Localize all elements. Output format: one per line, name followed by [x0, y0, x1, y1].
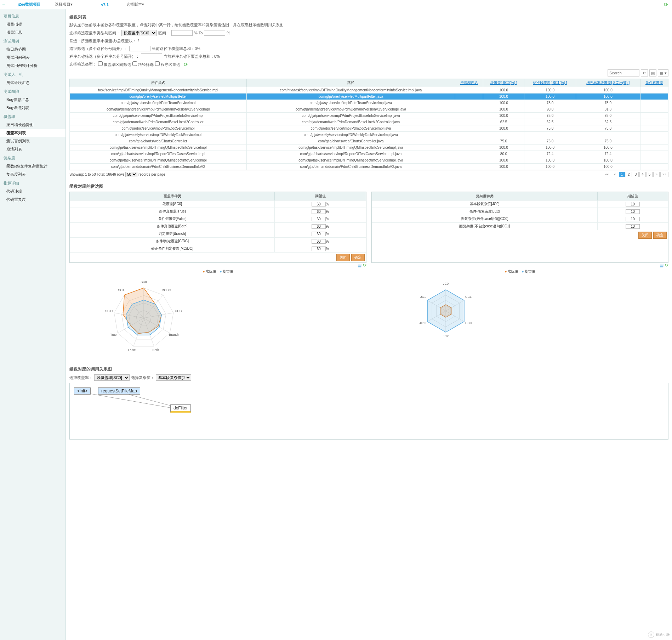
col-header[interactable]: 所在类名: [70, 79, 247, 87]
path-filter-input[interactable]: [129, 46, 150, 51]
cg-comp-select[interactable]: 基本段复杂度[JC0]: [156, 374, 191, 381]
cg-cov-select[interactable]: 段覆盖率[SC0]: [94, 374, 130, 381]
filter-refresh-icon[interactable]: ⟳: [184, 62, 188, 67]
panel-value-input[interactable]: [626, 209, 640, 214]
col-header[interactable]: 所属程序名: [455, 79, 483, 87]
sidebar-item[interactable]: 崩溃列表: [0, 145, 66, 153]
panel-value-input[interactable]: [626, 202, 640, 206]
table-row[interactable]: com/gtja/oreilly/servlet/MultipartFilter…: [70, 94, 668, 100]
panel-value-input[interactable]: [312, 202, 326, 206]
sidebar-item[interactable]: 项目指标: [0, 20, 66, 28]
sidebar-item[interactable]: Bug详细列表: [0, 104, 66, 112]
table-row[interactable]: com/gtja/task/service/impl/DfTimingQMIns…: [70, 157, 668, 164]
table-row[interactable]: task/service/impl/DfTimingQualityManagem…: [70, 87, 668, 94]
sidebar-item[interactable]: 测试用例统计分析: [0, 62, 66, 70]
pager-btn[interactable]: 5: [647, 172, 653, 177]
table-row[interactable]: com/gtja/weekly/service/impl/DfWeeklyTas…: [70, 132, 668, 138]
sidebar-item[interactable]: Bug信息汇总: [0, 96, 66, 104]
pager-btn[interactable]: 2: [626, 172, 632, 177]
panel-value-input[interactable]: [312, 239, 326, 244]
sidebar-item[interactable]: 代码违规: [0, 187, 66, 196]
panel-value-input[interactable]: [312, 232, 326, 236]
table-row[interactable]: com/gtja/doc/service/impl/PdmDocServiceI…: [70, 125, 668, 132]
sidebar-item[interactable]: 按日增长趋势图: [0, 121, 66, 129]
panel-key: 基本段复杂度[JC0]: [372, 200, 598, 208]
col-header[interactable]: 段覆盖[ SC0(%) ]: [483, 79, 524, 87]
cov-type-select[interactable]: 段覆盖率[SC0]: [121, 30, 157, 36]
sidebar-item[interactable]: 按日趋势图: [0, 45, 66, 53]
sidebar-item[interactable]: 测试环境汇总: [0, 79, 66, 87]
pager-btn[interactable]: 4: [639, 172, 646, 177]
search-input[interactable]: [608, 69, 639, 77]
node-requestsetfilemap[interactable]: requestSetFileMap: [98, 387, 140, 395]
table-row[interactable]: com/gtja/charts/web/ChartsControllercom/…: [70, 138, 668, 145]
pager-btn[interactable]: 3: [633, 172, 639, 177]
table-row[interactable]: com/gtja/demand/service/impl/PdmDemandVe…: [70, 106, 668, 113]
interval-from[interactable]: [171, 30, 193, 36]
sidebar: 项目信息项目指标项目汇总测试用例按日趋势图测试用例列表测试用例统计分析测试人、机…: [0, 9, 66, 640]
radar2-stack-icon[interactable]: ▤: [660, 263, 664, 268]
sidebar-item[interactable]: 测试用例列表: [0, 53, 66, 62]
panel-value-input[interactable]: [312, 209, 326, 214]
sidebar-group: 覆盖率: [0, 112, 66, 121]
table-row[interactable]: com/gtja/demand/web/PdmDemandBaseLineV2C…: [70, 119, 668, 125]
sidebar-item[interactable]: 测试盲例列表: [0, 137, 66, 145]
node-dofilter[interactable]: doFilter: [170, 404, 191, 413]
pager-btn[interactable]: ««: [603, 172, 611, 177]
col-header[interactable]: 增强标准段覆盖[ SC1+(%) ]: [576, 79, 640, 87]
topbar-refresh-icon[interactable]: ⟳: [664, 1, 668, 8]
filter3-label: 路径筛选（多个路径分号隔开）：: [69, 46, 128, 51]
cb-interval[interactable]: 覆盖率区间筛选: [98, 61, 131, 67]
p1-ok-button[interactable]: 确定: [351, 254, 365, 261]
filter3-right: 当前路径下覆盖率总和：0%: [152, 46, 200, 51]
tb-refresh-icon[interactable]: ⟳: [641, 69, 648, 77]
panel-value-input[interactable]: [312, 247, 326, 251]
p2-ok-button[interactable]: 确定: [653, 232, 667, 239]
prog-filter-input[interactable]: [141, 53, 162, 59]
col-header[interactable]: 路径: [247, 79, 455, 87]
table-row[interactable]: com/gtja/task/service/impl/DfTimingQMIns…: [70, 145, 668, 151]
version-label: v7.1: [101, 2, 108, 7]
watermark-logo-icon: ✕: [648, 631, 654, 638]
sidebar-group: 测试人、机: [0, 70, 66, 79]
sidebar-item[interactable]: 复杂度列表: [0, 170, 66, 179]
menu-icon[interactable]: ≡: [2, 2, 8, 7]
node-init[interactable]: <init>: [74, 387, 91, 395]
sidebar-item[interactable]: 函数/类/文件复杂度统计: [0, 162, 66, 170]
sidebar-item[interactable]: 项目汇总: [0, 28, 66, 36]
to-label: % To: [194, 31, 203, 35]
radar1-refresh-icon[interactable]: ⟳: [363, 263, 366, 268]
sidebar-item[interactable]: 代码重复度: [0, 196, 66, 204]
table-row[interactable]: com/gtja/sys/service/impl/PdmTeamService…: [70, 100, 668, 106]
pager-btn[interactable]: «: [612, 172, 618, 177]
panel-value-input[interactable]: [312, 224, 326, 229]
table-row[interactable]: com/gtja/charts/service/impl/ReportOfTes…: [70, 151, 668, 157]
cb-prog[interactable]: 程序名筛选: [155, 61, 180, 67]
sidebar-item[interactable]: 覆盖率列表: [0, 129, 66, 137]
table-row[interactable]: com/gtja/demand/domain/PdmChildBusinessD…: [70, 164, 668, 170]
p2-close-button[interactable]: 关闭: [638, 232, 652, 239]
version-select[interactable]: 选择版本▾: [126, 2, 144, 7]
radar2-refresh-icon[interactable]: ⟳: [665, 263, 668, 268]
col-header[interactable]: 条件真覆盖: [640, 79, 668, 87]
table-scroll[interactable]: 所在类名路径所属程序名段覆盖[ SC0(%) ]标准段覆盖[ SC1(%) ]增…: [69, 79, 668, 170]
callgraph-canvas[interactable]: <init> requestSetFileMap doFilter: [69, 383, 668, 440]
project-select[interactable]: 选择项目▾: [55, 2, 73, 7]
pager-btn[interactable]: »»: [660, 172, 668, 177]
p1-close-button[interactable]: 关闭: [336, 254, 350, 261]
project-name: j2ee数据项目: [18, 2, 41, 7]
cb-path[interactable]: 路径筛选: [132, 61, 154, 67]
table-row[interactable]: com/gtja/pm/service/impl/PdmProjectBaseI…: [70, 113, 668, 119]
tb-export-icon[interactable]: ▤: [649, 69, 656, 77]
interval-to[interactable]: [204, 30, 225, 36]
pager-perpage[interactable]: 50: [125, 172, 137, 177]
filter-line-5: 选择筛选类型： 覆盖率区间筛选 路径筛选 程序名筛选 ⟳: [69, 61, 668, 67]
col-header[interactable]: 标准段覆盖[ SC1(%) ]: [524, 79, 576, 87]
panel-value-input[interactable]: [626, 217, 640, 221]
panel-value-input[interactable]: [312, 217, 326, 221]
panel-value-input[interactable]: [626, 224, 640, 229]
tb-columns-icon[interactable]: ▦ ▾: [658, 69, 668, 77]
pager-btn[interactable]: 1: [619, 172, 625, 177]
pager-btn[interactable]: »: [653, 172, 660, 177]
radar1-stack-icon[interactable]: ▤: [358, 263, 361, 268]
